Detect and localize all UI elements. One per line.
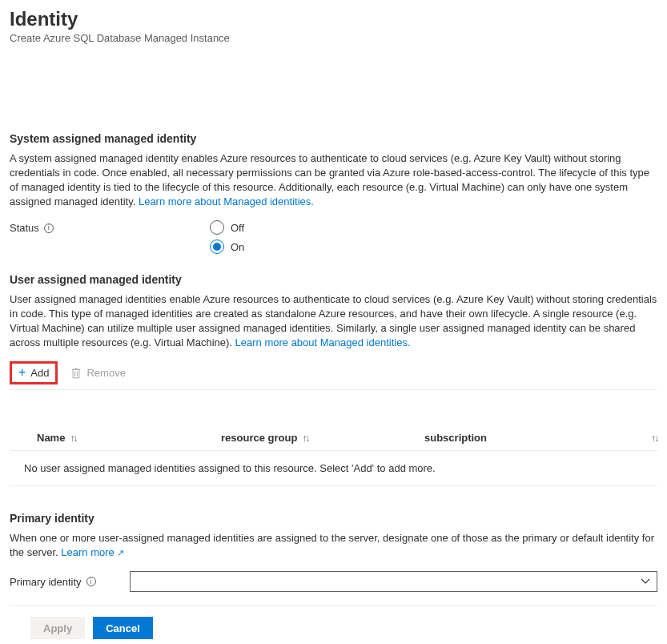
status-label: Status i — [10, 220, 210, 234]
remove-button: Remove — [64, 361, 131, 384]
column-rg-label: resource group — [221, 432, 297, 444]
status-row: Status i Off On — [10, 220, 657, 254]
page-title: Identity — [10, 8, 657, 30]
column-subscription[interactable]: subscription ↑↓ — [424, 432, 657, 444]
identities-empty-message: No user assigned managed identities assi… — [10, 451, 657, 486]
user-assigned-heading: User assigned managed identity — [10, 273, 657, 286]
system-assigned-desc-text: A system assigned managed identity enabl… — [10, 152, 649, 207]
primary-identity-description: When one or more user-assigned managed i… — [10, 531, 657, 560]
primary-identity-row: Primary identity i — [10, 571, 657, 606]
add-button-label: Add — [30, 367, 49, 379]
column-resource-group[interactable]: resource group ↑↓ — [221, 432, 424, 444]
status-on-radio[interactable]: On — [210, 239, 244, 254]
sort-icon: ↑↓ — [302, 433, 308, 444]
plus-icon: + — [18, 366, 26, 379]
status-radio-group: Off On — [210, 220, 244, 254]
chevron-down-icon — [641, 577, 650, 586]
identity-toolbar: + Add Remove — [10, 361, 657, 390]
primary-identity-select-wrap — [130, 571, 657, 592]
status-off-label: Off — [231, 222, 244, 234]
add-button[interactable]: + Add — [10, 361, 58, 384]
sort-icon: ↑↓ — [70, 433, 76, 444]
page-subtitle: Create Azure SQL Database Managed Instan… — [10, 32, 657, 44]
table-header: Name ↑↓ resource group ↑↓ subscription ↑… — [10, 425, 657, 451]
primary-label-text: Primary identity — [10, 576, 82, 588]
radio-circle-selected-icon — [210, 239, 224, 254]
footer-actions: Apply Cancel — [10, 617, 657, 639]
trash-icon — [70, 368, 82, 379]
column-name[interactable]: Name ↑↓ — [37, 432, 221, 444]
status-on-label: On — [231, 241, 244, 253]
remove-button-label: Remove — [86, 367, 125, 379]
cancel-button[interactable]: Cancel — [93, 617, 153, 639]
primary-learn-more-link[interactable]: Learn more ↗ — [61, 546, 124, 558]
user-assigned-learn-more-link[interactable]: Learn more about Managed identities. — [235, 336, 411, 348]
radio-circle-icon — [210, 220, 224, 235]
info-icon[interactable]: i — [44, 223, 54, 233]
identities-table: Name ↑↓ resource group ↑↓ subscription ↑… — [10, 425, 657, 486]
system-assigned-learn-more-link[interactable]: Learn more about Managed identities. — [139, 195, 314, 207]
info-icon[interactable]: i — [86, 577, 96, 586]
system-assigned-heading: System assigned managed identity — [10, 132, 657, 145]
sort-icon: ↑↓ — [651, 433, 657, 444]
column-sub-label: subscription — [424, 432, 487, 444]
primary-identity-select[interactable] — [130, 571, 657, 592]
external-link-icon: ↗ — [117, 548, 124, 557]
primary-identity-label: Primary identity i — [10, 576, 130, 588]
system-assigned-description: A system assigned managed identity enabl… — [10, 151, 657, 209]
status-label-text: Status — [10, 222, 39, 234]
apply-button: Apply — [30, 617, 85, 639]
user-assigned-description: User assigned managed identities enable … — [10, 292, 657, 350]
status-off-radio[interactable]: Off — [210, 220, 244, 235]
primary-identity-heading: Primary identity — [10, 512, 657, 525]
column-name-label: Name — [37, 432, 65, 444]
